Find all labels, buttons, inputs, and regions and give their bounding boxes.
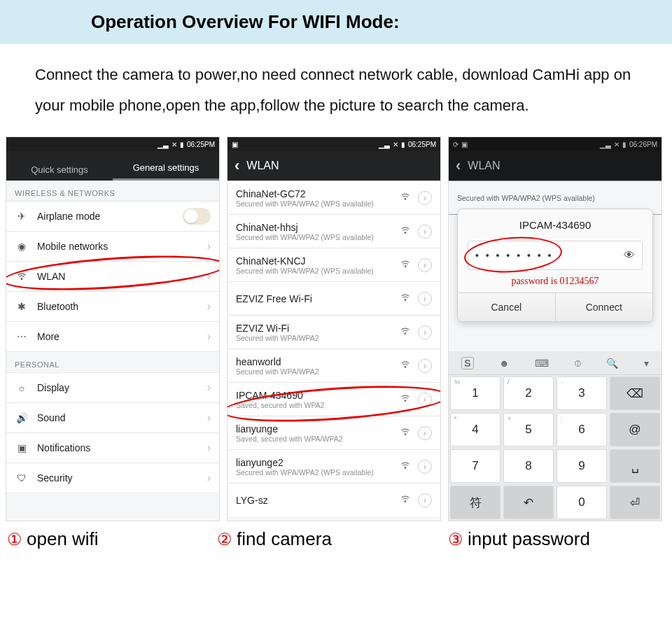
- key-backspace[interactable]: ⌫: [610, 376, 660, 410]
- phone-settings: ▁▃ ✕ ▮ 06:25PM Quick settings General se…: [6, 136, 220, 521]
- connect-button[interactable]: Connect: [556, 293, 653, 321]
- toolbar-keyboard-icon[interactable]: ⌨: [535, 358, 549, 369]
- wifi-item[interactable]: heanworld Secured with WPA/WPA2 ›: [227, 348, 440, 382]
- key-space-small[interactable]: ␣: [610, 449, 660, 483]
- wifi-detail-icon[interactable]: ›: [418, 359, 432, 373]
- wifi-item[interactable]: EZVIZ Wi-Fi Secured with WPA/WPA2 ›: [227, 315, 440, 348]
- numeric-keyboard: S ☻ ⌨ ⦶ 🔍 ▾ %1 /2 -3 ⌫ *4 +5 :6 @: [449, 351, 662, 521]
- row-airplane[interactable]: ✈ Airplane mode: [6, 201, 219, 232]
- chevron-right-icon: ›: [207, 240, 211, 253]
- wifi-signal-icon: [400, 192, 412, 204]
- wifi-item[interactable]: IPCAM-434690 Saved, secured with WPA2 ›: [227, 382, 440, 416]
- chevron-right-icon: ›: [207, 381, 211, 394]
- password-dots: • • • • • • • •: [475, 250, 553, 261]
- toolbar-move-icon[interactable]: ⦶: [575, 357, 581, 369]
- sound-icon: 🔊: [15, 412, 29, 423]
- wifi-detail-icon[interactable]: ›: [418, 225, 432, 239]
- password-popup: IPCAM-434690 • • • • • • • • 👁 password …: [457, 209, 653, 322]
- photo-icon: ▣: [461, 141, 468, 148]
- wifi-item[interactable]: ChinaNet-GC72 Secured with WPA/WPA2 (WPS…: [227, 181, 440, 214]
- wifi-signal-icon: [400, 293, 412, 305]
- wifi-detail-icon[interactable]: ›: [418, 325, 432, 339]
- security-icon: 🛡: [15, 472, 29, 484]
- back-icon[interactable]: ‹: [456, 157, 461, 175]
- key-0[interactable]: 0: [556, 486, 607, 519]
- key-3[interactable]: -3: [556, 376, 607, 410]
- row-wlan[interactable]: WLAN ›: [6, 261, 219, 292]
- row-label: Airplane mode: [37, 211, 183, 222]
- circled-1-icon: ①: [7, 530, 22, 549]
- key-undo[interactable]: ↶: [503, 486, 554, 519]
- key-6[interactable]: :6: [556, 413, 607, 446]
- svg-point-8: [405, 433, 406, 435]
- wifi-signal-icon: [400, 360, 412, 372]
- wifi-detail-icon[interactable]: ›: [418, 460, 432, 474]
- key-symbols[interactable]: 符: [450, 486, 500, 519]
- wifi-signal-icon: [400, 427, 412, 439]
- row-notifications[interactable]: ▣ Notifications ›: [6, 432, 219, 463]
- toolbar-collapse-icon[interactable]: ▾: [644, 358, 649, 369]
- airplane-toggle[interactable]: [183, 208, 211, 225]
- key-8[interactable]: 8: [503, 449, 554, 483]
- wifi-sub: Secured with WPA/WPA2: [236, 367, 394, 376]
- wifi-name: IPCAM-434690: [236, 390, 394, 401]
- keyboard-toolbar: S ☻ ⌨ ⦶ 🔍 ▾: [449, 351, 662, 375]
- row-mobile-networks[interactable]: ◉ Mobile networks ›: [6, 231, 219, 262]
- password-field[interactable]: • • • • • • • • 👁: [468, 241, 643, 270]
- wifi-sub: Secured with WPA/WPA2 (WPS available): [236, 199, 394, 208]
- wifi-name: lianyunge: [236, 423, 394, 435]
- eye-icon[interactable]: 👁: [624, 249, 635, 262]
- wifi-detail-icon[interactable]: ›: [418, 191, 432, 205]
- svg-point-2: [405, 232, 406, 233]
- wifi-detail-icon[interactable]: ›: [418, 493, 432, 507]
- wifi-name: ChinaNet-hhsj: [236, 222, 394, 233]
- wifi-item[interactable]: lianyunge2 Secured with WPA/WPA2 (WPS av…: [227, 449, 440, 483]
- wlan-navbar: ‹ WLAN: [227, 151, 440, 181]
- wifi-item[interactable]: ChinaNet-hhsj Secured with WPA/WPA2 (WPS…: [227, 214, 440, 248]
- wifi-sub: Secured with WPA/WPA2 (WPS available): [236, 233, 394, 241]
- back-icon[interactable]: ‹: [234, 157, 239, 175]
- screenshot-row: ▁▃ ✕ ▮ 06:25PM Quick settings General se…: [0, 136, 672, 521]
- key-2[interactable]: /2: [503, 376, 554, 410]
- row-bluetooth[interactable]: ✱ Bluetooth ›: [6, 291, 219, 322]
- notifications-icon: ▣: [15, 442, 29, 453]
- wifi-item[interactable]: ChinaNet-KNCJ Secured with WPA/WPA2 (WPS…: [227, 248, 440, 281]
- row-sound[interactable]: 🔊 Sound ›: [6, 402, 219, 433]
- signal-icon: ▁▃: [600, 141, 611, 148]
- display-icon: ☼: [15, 382, 29, 393]
- toolbar-s-icon[interactable]: S: [461, 357, 473, 369]
- wifi-item[interactable]: LYG-sz ›: [227, 483, 440, 516]
- section-wireless: WIRELESS & NETWORKS: [6, 181, 219, 202]
- status-bar: ▣ ▁▃ ✕ ▮ 06:25PM: [227, 137, 440, 151]
- key-7[interactable]: 7: [450, 449, 500, 483]
- row-display[interactable]: ☼ Display ›: [6, 372, 219, 403]
- svg-point-1: [405, 198, 406, 199]
- wifi-item[interactable]: EZVIZ Free Wi-Fi ›: [227, 281, 440, 315]
- row-label: Sound: [37, 412, 207, 423]
- more-icon: ⋯: [15, 331, 29, 342]
- wifi-signal-icon: [400, 494, 412, 507]
- cancel-button[interactable]: Cancel: [458, 293, 556, 321]
- key-5[interactable]: +5: [503, 413, 554, 446]
- wifi-name: LYG-sz: [236, 495, 394, 506]
- key-4[interactable]: *4: [450, 413, 500, 446]
- key-9[interactable]: 9: [556, 449, 607, 483]
- key-enter[interactable]: ⏎: [610, 486, 660, 519]
- toolbar-search-icon[interactable]: 🔍: [606, 358, 618, 369]
- wifi-detail-icon[interactable]: ›: [418, 393, 432, 407]
- airplane-icon: ✈: [15, 211, 29, 222]
- key-1[interactable]: %1: [450, 376, 500, 410]
- wifi-detail-icon[interactable]: ›: [418, 426, 432, 440]
- row-security[interactable]: 🛡 Security ›: [6, 463, 219, 493]
- wifi-detail-icon[interactable]: ›: [418, 258, 432, 272]
- wifi-item[interactable]: lianyunge Saved, secured with WPA/WPA2 ›: [227, 416, 440, 449]
- row-label: More: [37, 331, 207, 342]
- toolbar-emoji-icon[interactable]: ☻: [499, 358, 510, 369]
- tab-general[interactable]: General settings: [113, 162, 219, 181]
- wifi-detail-icon[interactable]: ›: [418, 292, 432, 306]
- svg-point-5: [405, 332, 406, 334]
- key-at[interactable]: @: [610, 413, 660, 446]
- wifi-list: ChinaNet-GC72 Secured with WPA/WPA2 (WPS…: [227, 181, 440, 516]
- tab-quick[interactable]: Quick settings: [6, 164, 113, 181]
- row-more[interactable]: ⋯ More ›: [6, 321, 219, 352]
